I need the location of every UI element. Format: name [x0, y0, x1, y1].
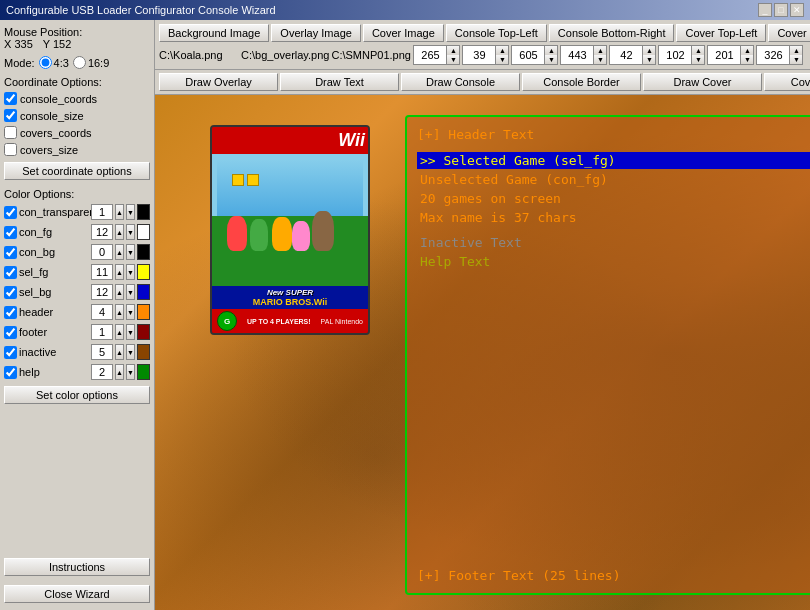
color-swatch-0[interactable] [137, 204, 150, 220]
color-up-4[interactable]: ▲ [115, 284, 124, 300]
console-br-x-down[interactable]: ▼ [545, 55, 557, 64]
console-topleft-button[interactable]: Console Top-Left [446, 24, 547, 42]
bg-path: C:\Koala.png [159, 49, 239, 61]
color-up-6[interactable]: ▲ [115, 324, 124, 340]
color-up-7[interactable]: ▲ [115, 344, 124, 360]
color-num-4[interactable] [91, 284, 113, 300]
maximize-button[interactable]: □ [774, 3, 788, 17]
color-swatch-4[interactable] [137, 284, 150, 300]
color-num-8[interactable] [91, 364, 113, 380]
color-down-7[interactable]: ▼ [126, 344, 135, 360]
color-num-3[interactable] [91, 264, 113, 280]
console-border-button[interactable]: Console Border [522, 73, 641, 91]
cover-tl-y-up[interactable]: ▲ [692, 46, 704, 55]
set-coordinate-options-button[interactable]: Set coordinate options [4, 162, 150, 180]
cover-tl-y-input[interactable] [659, 46, 691, 64]
color-up-1[interactable]: ▲ [115, 224, 124, 240]
console-tl-x-down[interactable]: ▼ [447, 55, 459, 64]
console-tl-y-up[interactable]: ▲ [496, 46, 508, 55]
draw-cover-button[interactable]: Draw Cover [643, 73, 762, 91]
color-check-3[interactable] [4, 266, 17, 279]
color-check-2[interactable] [4, 246, 17, 259]
console-br-y-down[interactable]: ▼ [594, 55, 606, 64]
coord-covers-check[interactable] [4, 126, 17, 139]
color-down-1[interactable]: ▼ [126, 224, 135, 240]
color-check-0[interactable] [4, 206, 17, 219]
cover-br-y-up[interactable]: ▲ [790, 46, 802, 55]
color-num-1[interactable] [91, 224, 113, 240]
cover-br-x-up[interactable]: ▲ [741, 46, 753, 55]
color-swatch-3[interactable] [137, 264, 150, 280]
mode-43-radio[interactable] [39, 56, 52, 69]
color-down-5[interactable]: ▼ [126, 304, 135, 320]
console-br-x-up[interactable]: ▲ [545, 46, 557, 55]
color-swatch-1[interactable] [137, 224, 150, 240]
instructions-button[interactable]: Instructions [4, 558, 150, 576]
draw-overlay-button[interactable]: Draw Overlay [159, 73, 278, 91]
background-image-button[interactable]: Background Image [159, 24, 269, 42]
cover-topleft-button[interactable]: Cover Top-Left [676, 24, 766, 42]
mode-43-label[interactable]: 4:3 [39, 56, 69, 69]
draw-text-button[interactable]: Draw Text [280, 73, 399, 91]
cover-image-button[interactable]: Cover Image [363, 24, 444, 42]
color-num-5[interactable] [91, 304, 113, 320]
color-num-6[interactable] [91, 324, 113, 340]
cover-br-y-down[interactable]: ▼ [790, 55, 802, 64]
color-swatch-2[interactable] [137, 244, 150, 260]
cover-bottomright-button[interactable]: Cover Bottom-Right [768, 24, 810, 42]
color-down-8[interactable]: ▼ [126, 364, 135, 380]
color-down-4[interactable]: ▼ [126, 284, 135, 300]
color-down-3[interactable]: ▼ [126, 264, 135, 280]
cover-br-x-down[interactable]: ▼ [741, 55, 753, 64]
minimize-button[interactable]: _ [758, 3, 772, 17]
coord-size-check[interactable] [4, 109, 17, 122]
color-up-5[interactable]: ▲ [115, 304, 124, 320]
color-up-8[interactable]: ▲ [115, 364, 124, 380]
color-up-0[interactable]: ▲ [115, 204, 124, 220]
console-br-x-input[interactable] [512, 46, 544, 64]
cover-br-x-input[interactable] [708, 46, 740, 64]
color-up-2[interactable]: ▲ [115, 244, 124, 260]
color-check-7[interactable] [4, 346, 17, 359]
cover-tl-x-up[interactable]: ▲ [643, 46, 655, 55]
color-check-1[interactable] [4, 226, 17, 239]
console-selected: >> Selected Game (sel_fg) [417, 152, 810, 169]
console-bottomright-button[interactable]: Console Bottom-Right [549, 24, 675, 42]
console-br-y-up[interactable]: ▲ [594, 46, 606, 55]
color-check-4[interactable] [4, 286, 17, 299]
close-button[interactable]: ✕ [790, 3, 804, 17]
set-color-options-button[interactable]: Set color options [4, 386, 150, 404]
window-controls[interactable]: _ □ ✕ [758, 3, 804, 17]
console-tl-y-down[interactable]: ▼ [496, 55, 508, 64]
console-tl-y-input[interactable] [463, 46, 495, 64]
console-br-y-input[interactable] [561, 46, 593, 64]
color-down-0[interactable]: ▼ [126, 204, 135, 220]
cover-tl-x-down[interactable]: ▼ [643, 55, 655, 64]
overlay-image-button[interactable]: Overlay Image [271, 24, 361, 42]
console-tl-x-up[interactable]: ▲ [447, 46, 459, 55]
color-check-8[interactable] [4, 366, 17, 379]
color-swatch-6[interactable] [137, 324, 150, 340]
close-wizard-button[interactable]: Close Wizard [4, 585, 150, 603]
mode-169-radio[interactable] [73, 56, 86, 69]
coord-console-check[interactable] [4, 92, 17, 105]
cover-tl-x-input[interactable] [610, 46, 642, 64]
color-down-2[interactable]: ▼ [126, 244, 135, 260]
color-up-3[interactable]: ▲ [115, 264, 124, 280]
color-check-6[interactable] [4, 326, 17, 339]
mode-169-label[interactable]: 16:9 [73, 56, 109, 69]
draw-console-button[interactable]: Draw Console [401, 73, 520, 91]
cover-tl-y-down[interactable]: ▼ [692, 55, 704, 64]
console-tl-x-input[interactable] [414, 46, 446, 64]
color-num-2[interactable] [91, 244, 113, 260]
cover-br-y-input[interactable] [757, 46, 789, 64]
coord-covers-size-check[interactable] [4, 143, 17, 156]
color-num-7[interactable] [91, 344, 113, 360]
color-down-6[interactable]: ▼ [126, 324, 135, 340]
color-swatch-5[interactable] [137, 304, 150, 320]
color-swatch-8[interactable] [137, 364, 150, 380]
cover-border-button[interactable]: Cover Border [764, 73, 810, 91]
color-swatch-7[interactable] [137, 344, 150, 360]
color-check-5[interactable] [4, 306, 17, 319]
color-num-0[interactable] [91, 204, 113, 220]
